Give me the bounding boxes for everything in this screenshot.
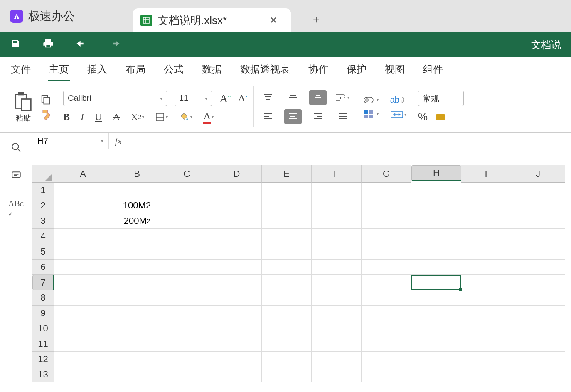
cell[interactable]: [262, 183, 312, 198]
cell[interactable]: [362, 183, 411, 198]
cell[interactable]: [212, 183, 262, 198]
row-header[interactable]: 12: [32, 352, 54, 367]
cell[interactable]: [112, 290, 162, 306]
cell[interactable]: [362, 260, 411, 275]
cell[interactable]: [112, 306, 162, 321]
cell[interactable]: [112, 367, 162, 382]
cell[interactable]: [262, 198, 312, 213]
cell[interactable]: [461, 367, 511, 382]
cell[interactable]: [262, 336, 312, 352]
cell[interactable]: [511, 367, 565, 382]
cell[interactable]: [212, 290, 262, 306]
number-format-select[interactable]: 常规: [418, 91, 464, 106]
cell[interactable]: [411, 183, 461, 198]
cell[interactable]: [162, 275, 212, 290]
cell[interactable]: [411, 213, 461, 229]
row-header[interactable]: 13: [32, 367, 54, 382]
cell[interactable]: [162, 183, 212, 198]
cell[interactable]: [262, 229, 312, 244]
cell[interactable]: [162, 213, 212, 229]
cell[interactable]: [411, 321, 461, 336]
cell[interactable]: [54, 213, 112, 229]
menu-item-1[interactable]: 主页: [48, 58, 70, 81]
cell[interactable]: [411, 275, 461, 290]
cell[interactable]: [112, 260, 162, 275]
cell[interactable]: [362, 367, 411, 382]
row-header[interactable]: 1: [32, 183, 54, 198]
cell[interactable]: [262, 260, 312, 275]
cell[interactable]: [54, 352, 112, 367]
cell[interactable]: [262, 275, 312, 290]
cell[interactable]: [162, 244, 212, 260]
cell[interactable]: [461, 260, 511, 275]
accounting-icon[interactable]: [435, 113, 446, 122]
col-header[interactable]: D: [212, 165, 262, 183]
cell[interactable]: [262, 352, 312, 367]
row-header[interactable]: 3: [32, 213, 54, 229]
cell[interactable]: [461, 198, 511, 213]
cell[interactable]: [511, 275, 565, 290]
cell[interactable]: [262, 306, 312, 321]
app-brand[interactable]: 极速办公: [10, 8, 75, 32]
cell[interactable]: [461, 244, 511, 260]
cell[interactable]: [312, 198, 362, 213]
cell[interactable]: [511, 183, 565, 198]
cell[interactable]: [461, 321, 511, 336]
row-header[interactable]: 10: [32, 321, 54, 336]
cell[interactable]: 200M2: [112, 213, 162, 229]
merge-across-icon[interactable]: ▾: [390, 110, 406, 119]
menu-item-8[interactable]: 保护: [346, 58, 367, 81]
cell[interactable]: [112, 229, 162, 244]
cell[interactable]: [312, 352, 362, 367]
row-header[interactable]: 6: [32, 260, 54, 275]
cell[interactable]: [54, 275, 112, 290]
cell[interactable]: [112, 183, 162, 198]
cell[interactable]: [54, 321, 112, 336]
cell[interactable]: [112, 336, 162, 352]
copy-icon[interactable]: [40, 94, 52, 105]
align-right-icon[interactable]: [309, 109, 327, 124]
redo-icon[interactable]: [109, 39, 121, 51]
cell[interactable]: [54, 367, 112, 382]
cell[interactable]: [54, 183, 112, 198]
cell[interactable]: [212, 275, 262, 290]
named-range-icon[interactable]: ▾: [363, 96, 379, 105]
cell[interactable]: [312, 260, 362, 275]
cell[interactable]: [511, 198, 565, 213]
col-header[interactable]: F: [312, 165, 362, 183]
add-tab-button[interactable]: ＋: [311, 12, 322, 32]
menu-item-0[interactable]: 文件: [10, 58, 32, 81]
cell[interactable]: [262, 367, 312, 382]
cell[interactable]: [511, 306, 565, 321]
comments-icon[interactable]: [11, 170, 22, 184]
cell[interactable]: [54, 290, 112, 306]
align-middle-icon[interactable]: [284, 90, 302, 105]
cell[interactable]: [312, 290, 362, 306]
col-header[interactable]: C: [162, 165, 212, 183]
col-header[interactable]: B: [112, 165, 162, 183]
strikethrough-button[interactable]: A: [113, 111, 120, 122]
cell[interactable]: [312, 275, 362, 290]
cell[interactable]: [511, 213, 565, 229]
increase-font-icon[interactable]: Aˆ: [219, 92, 231, 105]
cell[interactable]: [162, 198, 212, 213]
cell[interactable]: [362, 336, 411, 352]
cell[interactable]: [312, 336, 362, 352]
cell[interactable]: [54, 198, 112, 213]
row-header[interactable]: 7: [32, 275, 54, 290]
cell[interactable]: [212, 336, 262, 352]
cell[interactable]: [461, 352, 511, 367]
cell[interactable]: [162, 290, 212, 306]
row-header[interactable]: 11: [32, 336, 54, 352]
cell[interactable]: [362, 352, 411, 367]
cell[interactable]: [312, 213, 362, 229]
cell[interactable]: [511, 244, 565, 260]
cell[interactable]: [162, 336, 212, 352]
cell[interactable]: [212, 198, 262, 213]
cell[interactable]: [112, 352, 162, 367]
cell[interactable]: [162, 260, 212, 275]
cell[interactable]: 100M2: [112, 198, 162, 213]
cell[interactable]: [262, 290, 312, 306]
fx-icon[interactable]: fx: [109, 133, 128, 149]
cell[interactable]: [312, 183, 362, 198]
